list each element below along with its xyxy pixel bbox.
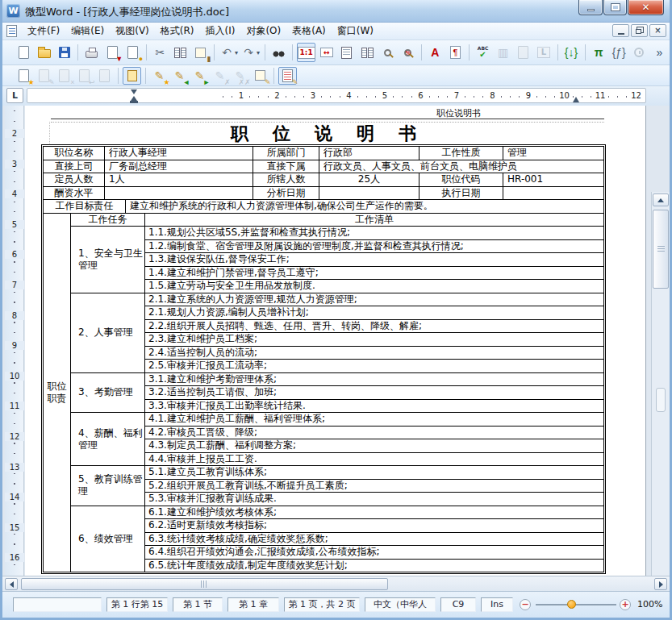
checklist-item[interactable]: 4.2.审核员工晋级、降级; — [145, 427, 603, 440]
scroll-left-button[interactable] — [5, 578, 18, 590]
status-info[interactable] — [13, 597, 102, 612]
doc-new-star-button[interactable]: ★ — [15, 67, 33, 85]
print-button[interactable] — [82, 43, 101, 62]
formula-pi-button[interactable]: π — [590, 43, 608, 62]
edit-next-button[interactable]: ✎► — [190, 67, 209, 85]
task-cell[interactable]: 6、绩效管理 — [71, 506, 145, 572]
status-c9[interactable]: C9 — [440, 597, 476, 612]
checklist-item[interactable]: 3.3.审核并汇报员工出勤率统计结果. — [145, 400, 603, 413]
task-cell[interactable]: 4、薪酬、福利管理 — [71, 413, 145, 465]
checklist-item[interactable]: 4.3.制定员工薪酬、福利调整方案; — [145, 439, 603, 453]
info-value-cell[interactable]: 1人 — [105, 173, 253, 186]
close-button[interactable]: ✕ — [628, 0, 664, 15]
edit-notes-button[interactable]: ✎ — [251, 67, 269, 85]
paste-button[interactable]: ▮ — [191, 43, 210, 62]
checklist-item[interactable]: 2.3.建立和维护员工档案; — [145, 333, 603, 347]
field-function-button[interactable]: {ƒ} — [610, 43, 628, 62]
spell-check-button[interactable]: ABC✔ — [474, 43, 492, 62]
scroll-up-button[interactable] — [653, 193, 669, 206]
view-two-pages-button[interactable] — [357, 43, 376, 62]
status-insert-mode[interactable]: Ins — [481, 597, 513, 612]
task-cell[interactable]: 1、安全与卫生管理 — [71, 227, 145, 293]
scroll-right-button[interactable] — [654, 578, 667, 590]
info-value-cell[interactable]: 厂务副总经理 — [105, 160, 253, 173]
tab-selector[interactable]: L — [6, 88, 23, 103]
checklist-item[interactable]: 6.4.组织召开绩效沟通会,汇报绩效成绩,公布绩效指标; — [145, 546, 603, 560]
zoom-slider-thumb[interactable] — [567, 600, 576, 609]
info-value-cell[interactable] — [105, 187, 253, 200]
menu-window[interactable]: 窗口(W) — [332, 22, 379, 40]
status-page[interactable]: 第 1 页，共 2 页 — [284, 597, 360, 612]
fit-width-button[interactable]: ↔ — [317, 43, 336, 62]
open-button[interactable] — [35, 43, 53, 62]
status-line[interactable]: 第 1 行第 15 — [106, 597, 168, 612]
zoom-magnifier-button[interactable] — [378, 43, 397, 62]
checklist-item[interactable]: 1.5.建立劳动与安全卫生用品发放制度. — [145, 280, 603, 293]
checklist-item[interactable]: 6.2.适时更新绩效考核指标; — [145, 519, 603, 533]
cut-button[interactable]: ✂ — [151, 43, 169, 62]
vertical-scrollbar-thumb[interactable] — [653, 210, 669, 289]
checklist-item[interactable]: 1.4.建立和维护门禁管理,督导员工遵守; — [145, 267, 603, 281]
edit-star-button[interactable]: ✎★ — [150, 67, 169, 85]
info-value-cell[interactable]: 行政人事经理 — [105, 147, 253, 160]
checklist-item[interactable]: 2.5.审核并汇报员工流动率; — [145, 360, 603, 372]
document-canvas[interactable]: 职位说明书 职位说明书 职位名称行政人事经理所属部门行政部工作性质管理直接上司厂… — [25, 106, 646, 576]
toolbar-overflow-button[interactable]: » — [650, 43, 669, 62]
checklist-item[interactable]: 6.3.统计绩效考核成绩,确定绩效奖惩系数; — [145, 533, 603, 547]
first-line-indent-marker[interactable] — [131, 89, 137, 94]
menu-insert[interactable]: 插入(I) — [200, 22, 241, 40]
info-value-cell[interactable] — [319, 187, 419, 200]
menu-format[interactable]: 格式(R) — [155, 22, 200, 40]
zoom-slider-track[interactable] — [536, 604, 616, 605]
checklist-item[interactable]: 1.3.建设保安队伍,督导保安工作; — [145, 253, 603, 267]
checklist-item[interactable]: 1.2.编制食堂、宿舍管理及附属设施的管理制度,并监督和检查其执行情况; — [145, 240, 603, 254]
info-value-cell[interactable]: 行政部 — [319, 147, 419, 160]
status-language[interactable]: 中文（中华人 — [365, 597, 436, 612]
vertical-ruler[interactable]: 2345678910111213141516 — [5, 106, 24, 576]
checklist-item[interactable]: 6.5.统计年度绩效成绩,制定年度绩效奖惩计划; — [145, 560, 603, 572]
save-button[interactable] — [55, 43, 73, 62]
checklist-item[interactable]: 3.2.适当控制员工请假、加班; — [145, 386, 603, 400]
right-indent-marker[interactable] — [573, 97, 579, 102]
zoom-one-to-one-button[interactable]: 1:1 — [297, 43, 315, 62]
checklist-item[interactable]: 4.1.建立和维护员工薪酬、福利管理体系; — [145, 413, 603, 427]
menu-edit[interactable]: 编辑(E) — [65, 22, 110, 40]
view-single-page-button[interactable] — [337, 43, 356, 62]
menu-view[interactable]: 视图(V) — [110, 22, 155, 40]
checklist-item[interactable]: 2.1.规划人力资源,编制人员增补计划; — [145, 306, 603, 320]
checklist-item[interactable]: 6.1.建立和维护绩效考核体系; — [145, 506, 603, 520]
menu-table[interactable]: 表格(A) — [286, 22, 332, 40]
menu-object[interactable]: 对象(O) — [240, 22, 286, 40]
info-value-cell[interactable]: HR-001 — [503, 173, 603, 186]
copy-pages-button[interactable] — [123, 67, 141, 85]
horizontal-ruler[interactable]: 123456789101112 — [27, 88, 646, 103]
redo-button[interactable]: ↷▾ — [240, 43, 261, 62]
copy-button[interactable] — [171, 43, 190, 62]
checklist-item[interactable]: 2.2.组织开展人员招聘、甄选、任用、晋升、转岗、降级、解雇; — [145, 320, 603, 334]
review-list-button[interactable]: ✎ — [278, 67, 297, 85]
print-preview-button[interactable]: ● — [123, 43, 142, 62]
info-value-cell[interactable]: 25人 — [319, 173, 419, 186]
insert-braces-button[interactable]: {↓} — [561, 43, 580, 62]
zoom-percent-button[interactable]: % — [399, 43, 417, 62]
mdi-close-button[interactable]: × — [649, 24, 666, 37]
checklist-item[interactable]: 4.4.审核并上报员工工资. — [145, 453, 603, 466]
checklist-item[interactable]: 5.3.审核并汇报教育训练成果. — [145, 493, 603, 506]
zoom-out-button[interactable]: − — [520, 599, 531, 610]
task-cell[interactable]: 3、考勤管理 — [71, 373, 145, 413]
horizontal-scrollbar[interactable] — [2, 576, 670, 591]
mdi-minimize-button[interactable] — [612, 24, 629, 37]
status-section[interactable]: 第 1 节 — [173, 597, 223, 612]
checklist-item[interactable]: 5.2.组织开展员工教育训练,不断提升员工素质; — [145, 480, 603, 493]
vertical-scrollbar[interactable] — [651, 192, 670, 620]
zoom-in-button[interactable]: + — [620, 599, 631, 610]
find-button[interactable] — [269, 43, 288, 62]
checklist-item[interactable]: 5.1.建立员工教育训练体系; — [145, 466, 603, 480]
menu-file[interactable]: 文件(F) — [22, 22, 65, 40]
mdi-restore-button[interactable] — [631, 24, 648, 37]
checklist-item[interactable]: 3.1.建立和维护考勤管理体系; — [145, 373, 603, 387]
font-button[interactable]: A — [426, 43, 445, 62]
split-handle[interactable] — [656, 388, 666, 412]
paragraph-marks-button[interactable]: ¶ — [446, 43, 465, 62]
undo-button[interactable]: ↶▾ — [219, 43, 239, 62]
